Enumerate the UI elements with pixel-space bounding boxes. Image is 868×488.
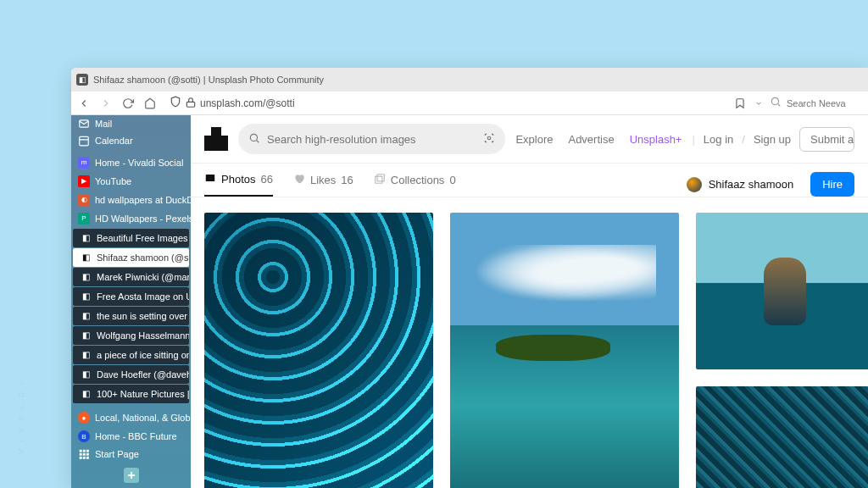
sidebar-pinned-item[interactable]: PHD Wallpapers - Pexels xyxy=(71,209,191,228)
sidebar-pinned-item[interactable]: ▶YouTube xyxy=(71,172,191,191)
visual-search-icon[interactable] xyxy=(483,132,495,147)
sidebar-item-label: Local, National, & Global Daily xyxy=(95,413,191,423)
sidebar-item-label: the sun is setting over a mount xyxy=(97,311,189,321)
favicon-icon: ◧ xyxy=(80,252,92,263)
grid-icon xyxy=(78,448,90,460)
sidebar-item-label: Shifaaz shamoon (@sotti) | Uns xyxy=(97,252,189,263)
tab-collections[interactable]: Collections 0 xyxy=(374,172,456,197)
page: Explore Advertise Unsplash+ | Log in / S… xyxy=(191,115,868,488)
unsplash-logo[interactable] xyxy=(204,127,228,151)
photo-thumbnail[interactable] xyxy=(450,213,679,488)
tab-likes[interactable]: Likes 16 xyxy=(293,172,353,197)
svg-rect-9 xyxy=(80,453,82,456)
svg-rect-7 xyxy=(83,450,86,452)
tab-likes-label: Likes xyxy=(310,174,336,186)
shield-icon xyxy=(170,96,181,110)
home-button[interactable] xyxy=(142,96,158,111)
reload-button[interactable] xyxy=(120,96,136,111)
photo-thumbnail[interactable] xyxy=(696,386,868,488)
favicon-icon: ◧ xyxy=(80,369,92,380)
svg-rect-12 xyxy=(80,457,82,459)
sidebar-item-label: hd wallpapers at DuckDuckGo xyxy=(95,195,191,205)
url-text: unsplash.com/@sotti xyxy=(200,97,295,109)
auth-divider: / xyxy=(742,133,745,146)
sidebar-tab[interactable]: ◧Free Aosta Image on Unsplash xyxy=(73,287,189,306)
panel-mail[interactable]: Mail xyxy=(71,115,191,132)
favicon-icon: ◐ xyxy=(78,194,90,206)
tab-strip: ◧ Shifaaz shamoon (@sotti) | Unsplash Ph… xyxy=(71,68,868,92)
browser-search-input[interactable] xyxy=(787,98,863,108)
panel-start-label: Start Page xyxy=(95,449,139,459)
side-panel: Mail Calendar mHome - Vivaldi Social▶You… xyxy=(71,115,191,488)
login-link[interactable]: Log in xyxy=(704,133,733,146)
svg-rect-0 xyxy=(186,102,194,107)
favicon-icon: ◧ xyxy=(80,330,92,341)
sidebar-item-label: Marek Piwnicki (@marekpiwni xyxy=(97,272,189,282)
svg-rect-10 xyxy=(83,453,86,456)
site-search-input[interactable] xyxy=(267,133,476,146)
tab-photos-count: 66 xyxy=(260,173,272,186)
svg-point-1 xyxy=(771,97,778,104)
signup-link[interactable]: Sign up xyxy=(754,133,791,146)
photos-icon xyxy=(204,172,216,186)
browser-window: ◧ Shifaaz shamoon (@sotti) | Unsplash Ph… xyxy=(71,68,868,488)
favicon-icon: ◧ xyxy=(80,349,92,361)
sidebar-pinned-item[interactable]: mHome - Vivaldi Social xyxy=(71,153,191,172)
tab-favicon: ◧ xyxy=(76,74,88,86)
favicon-icon: B xyxy=(78,430,90,442)
panel-start-page[interactable]: Start Page xyxy=(71,446,191,463)
sidebar-tab[interactable]: ◧the sun is setting over a mount xyxy=(73,307,189,325)
nav-unsplash-plus[interactable]: Unsplash+ xyxy=(630,133,682,146)
hire-button[interactable]: Hire xyxy=(810,172,854,197)
panel-calendar[interactable]: Calendar xyxy=(71,132,191,149)
browser-search[interactable] xyxy=(770,96,863,110)
tab-photos-label: Photos xyxy=(221,173,255,186)
tab-collections-count: 0 xyxy=(449,174,455,186)
url-field[interactable]: unsplash.com/@sotti xyxy=(164,94,300,112)
tab-collections-label: Collections xyxy=(391,174,445,186)
favicon-icon: P xyxy=(78,213,90,225)
svg-rect-6 xyxy=(80,450,82,452)
calendar-icon xyxy=(78,135,90,147)
sidebar-tab[interactable]: ◧a piece of ice sitting on top of xyxy=(73,346,189,364)
profile-tabs: Photos 66 Likes 16 Collections 0 xyxy=(204,172,456,197)
sidebar-tab[interactable]: ◧Wolfgang Hasselmann (@wolfg xyxy=(73,326,189,345)
sidebar-tab[interactable]: ◧100+ Nature Pictures | Downlo xyxy=(73,385,189,403)
sidebar-pinned-item[interactable]: ●Local, National, & Global Daily xyxy=(71,408,191,427)
sidebar-pinned-item[interactable]: BHome - BBC Future xyxy=(71,427,191,446)
nav-advertise[interactable]: Advertise xyxy=(568,133,614,146)
nav-explore[interactable]: Explore xyxy=(515,133,553,146)
sidebar-tab[interactable]: ◧Beautiful Free Images & Pictur xyxy=(73,229,189,247)
sidebar-item-label: YouTube xyxy=(95,176,131,186)
svg-rect-14 xyxy=(86,457,89,459)
svg-rect-11 xyxy=(86,453,89,456)
site-search[interactable] xyxy=(238,124,505,154)
submit-photo-button[interactable]: Submit a photo xyxy=(799,127,854,152)
photo-thumbnail[interactable] xyxy=(696,213,868,369)
sidebar-item-label: Dave Hoefler (@davehoefler) | xyxy=(97,369,189,380)
chevron-down-icon[interactable] xyxy=(754,96,763,111)
panel-mail-label: Mail xyxy=(95,119,112,129)
tab-likes-count: 16 xyxy=(341,174,353,186)
forward-button[interactable] xyxy=(98,96,114,111)
sidebar-item-label: Home - BBC Future xyxy=(95,431,177,441)
sidebar-tab[interactable]: ◧Shifaaz shamoon (@sotti) | Uns xyxy=(73,248,189,267)
search-icon xyxy=(248,132,260,147)
sidebar-tab[interactable]: ◧Dave Hoefler (@davehoefler) | xyxy=(73,365,189,384)
avatar xyxy=(687,177,702,192)
site-nav: Explore Advertise Unsplash+ xyxy=(515,133,682,146)
tab-photos[interactable]: Photos 66 xyxy=(204,172,273,197)
sidebar-tab[interactable]: ◧Marek Piwnicki (@marekpiwni xyxy=(73,268,189,286)
add-panel-button[interactable] xyxy=(124,468,139,483)
back-button[interactable] xyxy=(76,96,92,111)
photo-thumbnail[interactable] xyxy=(204,213,433,488)
tab-title[interactable]: Shifaaz shamoon (@sotti) | Unsplash Phot… xyxy=(93,75,324,85)
favicon-icon: ◧ xyxy=(80,310,92,322)
bookmark-icon[interactable] xyxy=(732,96,748,111)
site-header: Explore Advertise Unsplash+ | Log in / S… xyxy=(191,115,868,164)
sidebar-pinned-item[interactable]: ◐hd wallpapers at DuckDuckGo xyxy=(71,191,191,209)
profile-name-chip[interactable]: Shifaaz shamoon xyxy=(687,177,793,192)
mail-icon xyxy=(78,118,90,130)
svg-rect-8 xyxy=(86,450,89,452)
address-bar: unsplash.com/@sotti xyxy=(71,92,868,115)
